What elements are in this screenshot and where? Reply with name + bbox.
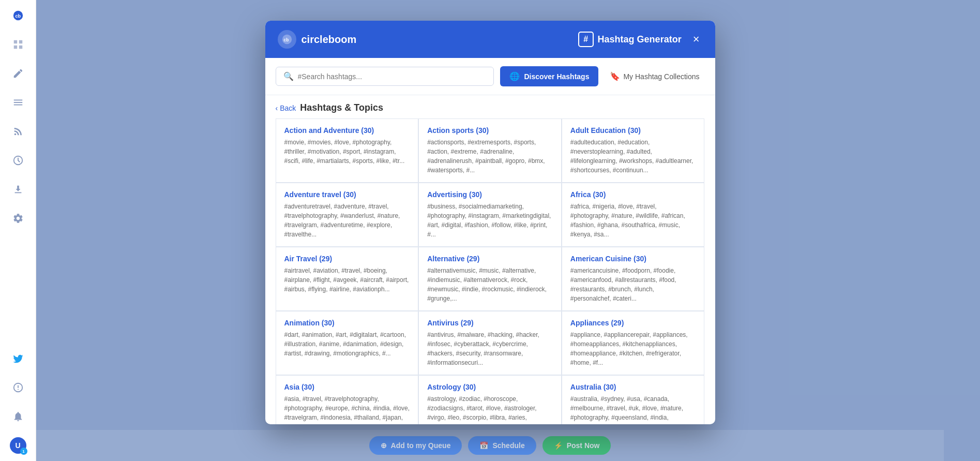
modal-header-right: # Hashtag Generator × — [578, 32, 703, 47]
logo-icon: cb — [278, 30, 296, 49]
category-tags: #adulteducation, #education, #neverstopl… — [570, 138, 696, 175]
category-card[interactable]: Air Travel (29) #airtravel, #aviation, #… — [276, 247, 419, 311]
category-card[interactable]: Asia (30) #asia, #travel, #travelphotogr… — [276, 375, 419, 424]
modal-header-left: cb circleboom — [278, 30, 357, 49]
category-card[interactable]: Action sports (30) #actionsports, #extre… — [418, 118, 562, 183]
category-card[interactable]: Australia (30) #australia, #sydney, #usa… — [562, 375, 705, 424]
search-input-wrap: 🔍 — [276, 67, 494, 86]
category-card[interactable]: Animation (30) #dart, #animation, #art, … — [276, 311, 419, 375]
category-card[interactable]: Adventure travel (30) #adventuretravel, … — [276, 183, 419, 247]
category-title: Action sports (30) — [427, 126, 553, 135]
logo-text: circleboom — [301, 34, 357, 46]
close-button[interactable]: × — [690, 33, 703, 46]
search-input[interactable] — [298, 72, 487, 81]
collections-btn-label: My Hashtag Collections — [623, 72, 699, 81]
category-card[interactable]: Alternative (29) #alternativemusic, #mus… — [418, 247, 562, 311]
hashtag-icon: # — [578, 32, 594, 47]
search-area: 🔍 🌐 Discover Hashtags 🔖 My Hashtag Colle… — [265, 58, 715, 95]
category-title: Advertising (30) — [427, 190, 553, 199]
back-button[interactable]: ‹ Back — [276, 104, 296, 112]
category-tags: #asia, #travel, #travelphotography, #pho… — [284, 394, 410, 424]
category-tags: #business, #socialmediamarketing, #photo… — [427, 202, 553, 239]
category-title: American Cuisine (30) — [570, 255, 696, 263]
category-card[interactable]: American Cuisine (30) #americancuisine, … — [562, 247, 705, 311]
category-tags: #antivirus, #malware, #hacking, #hacker,… — [427, 330, 553, 367]
category-title: Antivirus (29) — [427, 319, 553, 327]
categories-grid: Action and Adventure (30) #movie, #movie… — [265, 118, 715, 424]
hashtag-generator-modal: cb circleboom # Hashtag Generator × 🔍 🌐 … — [265, 21, 715, 424]
category-title: Adult Education (30) — [570, 126, 696, 135]
category-title: Asia (30) — [284, 383, 410, 391]
page-title: Hashtags & Topics — [300, 102, 383, 113]
category-card[interactable]: Africa (30) #africa, #nigeria, #love, #t… — [562, 183, 705, 247]
back-label: Back — [280, 104, 296, 112]
category-title: Africa (30) — [570, 190, 696, 199]
category-tags: #alternativemusic, #music, #alternative,… — [427, 266, 553, 303]
category-tags: #appliance, #appliancerepair, #appliance… — [570, 330, 696, 367]
header-title: Hashtag Generator — [598, 34, 682, 45]
category-tags: #actionsports, #extremesports, #sports, … — [427, 138, 553, 175]
category-title: Adventure travel (30) — [284, 190, 410, 199]
search-icon: 🔍 — [283, 71, 294, 81]
category-card[interactable]: Action and Adventure (30) #movie, #movie… — [276, 118, 419, 183]
svg-text:cb: cb — [283, 38, 289, 42]
modal-backdrop: cb circleboom # Hashtag Generator × 🔍 🌐 … — [0, 0, 980, 461]
content-area: ‹ Back Hashtags & Topics Action and Adve… — [265, 95, 715, 424]
category-tags: #australia, #sydney, #usa, #canada, #mel… — [570, 394, 696, 424]
category-tags: #dart, #animation, #art, #digitalart, #c… — [284, 330, 410, 358]
category-tags: #americancuisine, #foodporn, #foodie, #a… — [570, 266, 696, 303]
category-tags: #africa, #nigeria, #love, #travel, #phot… — [570, 202, 696, 239]
category-title: Alternative (29) — [427, 255, 553, 263]
globe-icon: 🌐 — [509, 71, 520, 81]
back-row: ‹ Back Hashtags & Topics — [265, 95, 715, 118]
category-tags: #adventuretravel, #adventure, #travel, #… — [284, 202, 410, 239]
category-card[interactable]: Advertising (30) #business, #socialmedia… — [418, 183, 562, 247]
category-card[interactable]: Adult Education (30) #adulteducation, #e… — [562, 118, 705, 183]
hashtag-generator-label: # Hashtag Generator — [578, 32, 682, 47]
discover-btn-label: Discover Hashtags — [524, 72, 589, 81]
category-card[interactable]: Astrology (30) #astrology, #zodiac, #hor… — [418, 375, 562, 424]
category-title: Astrology (30) — [427, 383, 553, 391]
category-card[interactable]: Appliances (29) #appliance, #appliancere… — [562, 311, 705, 375]
my-hashtag-collections-button[interactable]: 🔖 My Hashtag Collections — [605, 67, 704, 85]
category-tags: #airtravel, #aviation, #travel, #boeing,… — [284, 266, 410, 294]
category-title: Action and Adventure (30) — [284, 126, 410, 135]
category-title: Australia (30) — [570, 383, 696, 391]
category-tags: #movie, #movies, #love, #photography, #t… — [284, 138, 410, 166]
discover-hashtags-button[interactable]: 🌐 Discover Hashtags — [500, 66, 598, 86]
category-title: Air Travel (29) — [284, 255, 410, 263]
modal-header: cb circleboom # Hashtag Generator × — [265, 21, 715, 58]
bookmark-icon: 🔖 — [610, 71, 620, 81]
category-tags: #astrology, #zodiac, #horoscope, #zodiac… — [427, 394, 553, 424]
category-title: Animation (30) — [284, 319, 410, 327]
back-chevron-icon: ‹ — [276, 104, 278, 112]
category-title: Appliances (29) — [570, 319, 696, 327]
category-card[interactable]: Antivirus (29) #antivirus, #malware, #ha… — [418, 311, 562, 375]
